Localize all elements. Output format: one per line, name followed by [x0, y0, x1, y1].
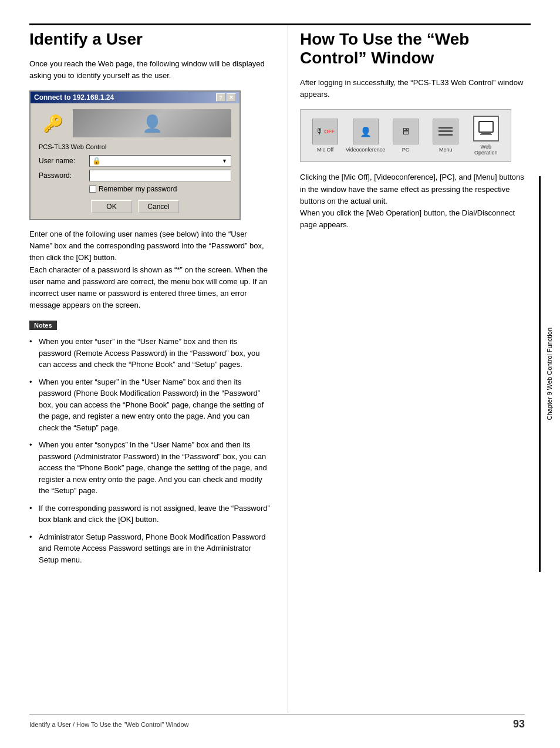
- right-column: How To Use the “Web Control” Window Afte…: [288, 25, 531, 713]
- svg-rect-3: [479, 122, 493, 132]
- pc-icon: 🖥: [393, 119, 419, 144]
- remember-checkbox[interactable]: [89, 186, 96, 193]
- svg-rect-4: [481, 132, 491, 134]
- two-column-layout: Identify a User Once you reach the Web p…: [29, 25, 531, 713]
- videoconference-icon: 👤: [353, 119, 379, 144]
- footer-text: Identify a User / How To Use the "Web Co…: [29, 721, 189, 728]
- list-item: When you enter “sonypcs” in the “User Na…: [29, 439, 270, 497]
- dialog-button-row: OK Cancel: [39, 200, 231, 213]
- notes-list: When you enter “user” in the “User Name”…: [29, 336, 270, 565]
- dialog-titlebar: Connect to 192.168.1.24 ? ✕: [31, 92, 239, 103]
- left-column: Identify a User Once you reach the Web p…: [29, 25, 288, 713]
- right-intro-text: After logging in successfully, the “PCS-…: [300, 77, 531, 100]
- right-section-title: How To Use the “Web Control” Window: [300, 30, 531, 68]
- web-operation-button-screenshot: WebOperation: [468, 116, 504, 156]
- page-number: 93: [513, 718, 525, 730]
- webcontrol-screenshot: 🎙OFF Mic Off 👤 Videoconference 🖥 PC: [300, 109, 511, 162]
- list-item: If the corresponding password is not ass…: [29, 503, 270, 525]
- menu-icon: [433, 119, 458, 144]
- username-row: User name: 🔒 ▼: [39, 155, 231, 167]
- body-text: Enter one of the following user names (s…: [29, 228, 270, 311]
- remember-password-row: Remember my password: [89, 185, 231, 193]
- svg-rect-0: [438, 127, 453, 129]
- mic-off-button-screenshot: 🎙OFF Mic Off: [307, 119, 343, 153]
- remember-label: Remember my password: [99, 185, 177, 193]
- chapter-sidebar: Chapter 9 Web Control Function: [539, 176, 554, 572]
- svg-rect-2: [438, 134, 453, 136]
- dialog-icon-row: 🔑 👤: [39, 109, 231, 137]
- footer: Identify a User / How To Use the "Web Co…: [29, 714, 525, 730]
- password-input[interactable]: [89, 170, 231, 181]
- dialog-titlebar-buttons: ? ✕: [216, 93, 236, 102]
- close-button[interactable]: ✕: [227, 93, 236, 102]
- dialog-banner: 👤: [73, 109, 231, 137]
- username-label: User name:: [39, 157, 86, 165]
- page: Identify a User Once you reach the Web p…: [0, 0, 560, 748]
- help-button[interactable]: ?: [216, 93, 225, 102]
- left-intro-text: Once you reach the Web page, the followi…: [29, 58, 270, 81]
- password-label: Password:: [39, 171, 86, 180]
- username-icon: 🔒: [92, 157, 101, 165]
- dialog-subtitle: PCS-TL33 Web Control: [39, 143, 231, 150]
- ok-button[interactable]: OK: [91, 200, 132, 213]
- dialog-body: 🔑 👤 PCS-TL33 Web Control User name: 🔒 ▼: [31, 103, 239, 219]
- videoconference-button-screenshot: 👤 Videoconference: [348, 119, 384, 153]
- web-operation-icon: [473, 116, 499, 141]
- cancel-button[interactable]: Cancel: [138, 200, 179, 213]
- password-row: Password:: [39, 170, 231, 181]
- web-operation-label: WebOperation: [474, 144, 498, 156]
- dropdown-arrow-icon: ▼: [222, 158, 227, 164]
- menu-label: Menu: [439, 147, 453, 153]
- notes-section: Notes When you enter “user” in the “User…: [29, 321, 270, 565]
- svg-rect-5: [480, 134, 492, 135]
- pc-label: PC: [402, 147, 410, 153]
- mic-off-icon: 🎙OFF: [312, 119, 338, 144]
- notes-badge: Notes: [29, 321, 57, 330]
- menu-button-screenshot: Menu: [427, 119, 464, 153]
- videoconference-label: Videoconference: [346, 147, 385, 153]
- list-item: When you enter “user” in the “User Name”…: [29, 336, 270, 370]
- connect-dialog-screenshot: Connect to 192.168.1.24 ? ✕ 🔑 👤 PCS-TL33…: [29, 90, 241, 220]
- mic-off-label: Mic Off: [317, 147, 333, 153]
- right-body-text: Clicking the [Mic Off], [Videoconference…: [300, 171, 531, 231]
- pc-button-screenshot: 🖥 PC: [387, 119, 424, 153]
- lock-icon: 🔑: [39, 109, 67, 137]
- list-item: When you enter “super” in the “User Name…: [29, 376, 270, 434]
- list-item: Administrator Setup Password, Phone Book…: [29, 531, 270, 566]
- dialog-title: Connect to 192.168.1.24: [34, 93, 114, 102]
- username-input[interactable]: 🔒 ▼: [89, 155, 231, 167]
- chapter-label: Chapter 9 Web Control Function: [545, 328, 554, 420]
- svg-rect-1: [438, 130, 453, 132]
- left-section-title: Identify a User: [29, 30, 270, 49]
